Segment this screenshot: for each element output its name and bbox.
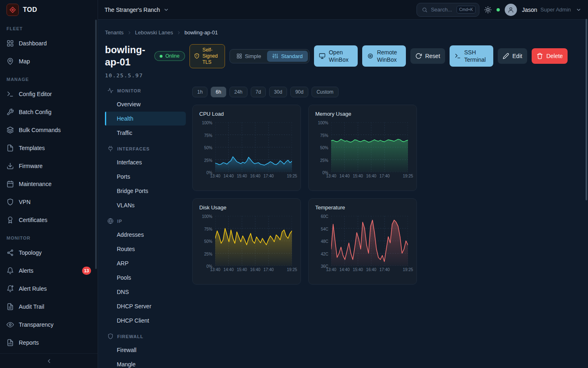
sidebar-item-map[interactable]: Map (0, 52, 98, 70)
theme-toggle-sun-icon[interactable] (484, 6, 492, 13)
sidebar-item-transparency[interactable]: Transparency (0, 316, 98, 334)
open-winbox-button[interactable]: Open WinBox (314, 45, 358, 67)
sidebar-item-label: Maintenance (19, 181, 51, 187)
sidebar-item-config-editor[interactable]: Config Editor (0, 85, 98, 103)
alerts-count-badge: 13 (82, 267, 91, 275)
subnav-item-health[interactable]: Health (105, 112, 186, 126)
sidebar-item-label: Alerts (19, 267, 33, 274)
breadcrumb-item-bowling-ap-01[interactable]: bowling-ap-01 (185, 29, 218, 36)
app: TOD FLEETDashboardMapMANAGEConfig Editor… (0, 0, 588, 368)
chart-plot-area: 13:4014:4015:4016:4017:4019:25 (215, 216, 292, 266)
subnav-item-arp[interactable]: ARP (105, 256, 186, 270)
app-logo[interactable] (7, 4, 19, 16)
user-role: Super Admin (541, 7, 571, 13)
connection-status-dot (497, 8, 500, 11)
chart-body: 100%75%50%25%0%13:4014:4015:4016:4017:40… (199, 216, 294, 266)
x-tick-label: 17:40 (263, 267, 274, 272)
tenant-selector[interactable]: The Stranger's Ranch (105, 7, 169, 13)
plug-icon (107, 146, 114, 152)
subnav-item-interfaces[interactable]: Interfaces (105, 155, 186, 169)
view-mode-simple[interactable]: Simple (231, 51, 267, 62)
sidebar-item-dashboard[interactable]: Dashboard (0, 34, 98, 52)
subnav-section-header: INTERFACES (105, 142, 186, 155)
sidebar-item-vpn[interactable]: VPN (0, 193, 98, 211)
subnav-item-dns[interactable]: DNS (105, 285, 186, 299)
chart-card-memory-usage: Memory Usage100%75%50%25%0%13:4014:4015:… (308, 105, 417, 191)
download-icon (7, 162, 14, 170)
shield-icon (107, 333, 114, 339)
subnav-section-firewall: FIREWALLFirewallMangleAddr ListsConnTrac… (105, 330, 186, 368)
subnav-item-addresses[interactable]: Addresses (105, 228, 186, 242)
status-badge: Online (154, 51, 185, 61)
chart-plot-area: 13:4014:4015:4016:4017:4019:25 (215, 122, 292, 172)
remote-winbox-button[interactable]: Remote WinBox (362, 45, 406, 67)
breadcrumb-item-tenants[interactable]: Tenants (105, 29, 124, 36)
sidebar-item-alert-rules[interactable]: Alert Rules (0, 280, 98, 298)
time-range-custom[interactable]: Custom (312, 87, 338, 97)
time-range-90d[interactable]: 90d (290, 87, 308, 97)
chart-plot (331, 216, 408, 266)
subnav-item-overview[interactable]: Overview (105, 97, 186, 111)
breadcrumb-item-lebowski-lanes[interactable]: Lebowski Lanes (135, 29, 173, 36)
search-input[interactable] (431, 7, 453, 13)
sidebar-item-maintenance[interactable]: Maintenance (0, 175, 98, 193)
delete-button[interactable]: Delete (532, 48, 568, 64)
subnav-item-dhcp-server[interactable]: DHCP Server (105, 299, 186, 313)
sidebar-item-alerts[interactable]: Alerts13 (0, 262, 98, 280)
chevron-right-icon (127, 30, 132, 35)
subnav-item-routes[interactable]: Routes (105, 242, 186, 256)
subnav-item-firewall[interactable]: Firewall (105, 343, 186, 357)
chart-y-axis: 60C54C48C42C36C (315, 216, 328, 266)
sidebar-item-label: Firmware (19, 163, 42, 169)
action-label: Open WinBox (329, 49, 353, 63)
y-tick-label: 100% (318, 121, 328, 125)
subnav-item-traffic[interactable]: Traffic (105, 126, 186, 140)
sidebar-item-bulk-commands[interactable]: Bulk Commands (0, 121, 98, 139)
sidebar-collapse-button[interactable] (0, 353, 98, 368)
chart-body: 60C54C48C42C36C13:4014:4015:4016:4017:40… (315, 216, 410, 266)
y-tick-label: 25% (204, 252, 212, 256)
subnav-item-bridge-ports[interactable]: Bridge Ports (105, 184, 186, 198)
x-tick-label: 15:40 (237, 174, 247, 178)
reset-button[interactable]: Reset (410, 48, 445, 64)
sidebar-item-templates[interactable]: Templates (0, 139, 98, 157)
sidebar-item-reports[interactable]: Reports (0, 334, 98, 352)
sidebar-section-label: MONITOR (0, 229, 98, 244)
x-tick-label: 19:25 (403, 267, 413, 272)
sidebar-item-batch-config[interactable]: Batch Config (0, 103, 98, 121)
content: TenantsLebowski Lanesbowling-ap-01 bowli… (98, 20, 588, 368)
ssh-terminal-button[interactable]: SSH Terminal (450, 45, 493, 67)
time-range-6h[interactable]: 6h (211, 87, 226, 97)
sidebar-item-label: Topology (19, 249, 42, 256)
time-range-1h[interactable]: 1h (192, 87, 207, 97)
layers-icon (7, 126, 14, 134)
sidebar-item-firmware[interactable]: Firmware (0, 157, 98, 175)
y-tick-label: 42C (321, 252, 328, 256)
shield-icon (7, 198, 14, 206)
edit-button[interactable]: Edit (498, 48, 527, 64)
report-icon (7, 339, 14, 346)
sidebar-item-topology[interactable]: Topology (0, 244, 98, 262)
sidebar-item-certificates[interactable]: Certificates (0, 211, 98, 229)
time-range-30d[interactable]: 30d (269, 87, 287, 97)
subnav-item-pools[interactable]: Pools (105, 271, 186, 285)
time-range-7d[interactable]: 7d (251, 87, 266, 97)
terminal-icon (7, 90, 14, 98)
view-mode-standard[interactable]: Standard (267, 51, 308, 62)
sidebar-item-audit-trail[interactable]: Audit Trail (0, 298, 98, 316)
subnav-item-dhcp-client[interactable]: DHCP Client (105, 314, 186, 328)
x-tick-label: 17:40 (379, 174, 390, 178)
search-box[interactable]: Cmd+K (416, 3, 479, 17)
subnav-item-mangle[interactable]: Mangle (105, 357, 186, 368)
main-area: The Stranger's Ranch Cmd+K Jason Super A… (98, 0, 588, 368)
x-tick-label: 19:25 (287, 174, 297, 178)
sidebar-scrollbar[interactable] (95, 20, 97, 269)
time-range-24h[interactable]: 24h (229, 87, 247, 97)
subnav-item-vlans[interactable]: VLANs (105, 198, 186, 212)
monitor-icon (319, 53, 325, 59)
user-menu-chevron-icon[interactable] (576, 7, 581, 13)
main-scrollbar[interactable] (586, 19, 587, 200)
avatar[interactable] (505, 4, 517, 16)
chart-card-disk-usage: Disk Usage100%75%50%25%0%13:4014:4015:40… (192, 198, 301, 285)
subnav-item-ports[interactable]: Ports (105, 170, 186, 184)
